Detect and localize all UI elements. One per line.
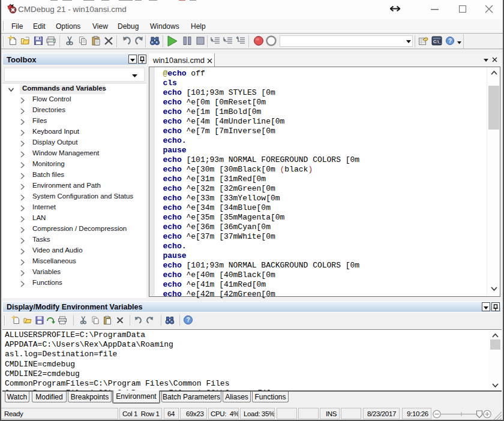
svg-text:C:\_: C:\_ bbox=[433, 40, 441, 44]
svg-text:?: ? bbox=[186, 317, 190, 323]
svg-text:?: ? bbox=[448, 38, 452, 44]
